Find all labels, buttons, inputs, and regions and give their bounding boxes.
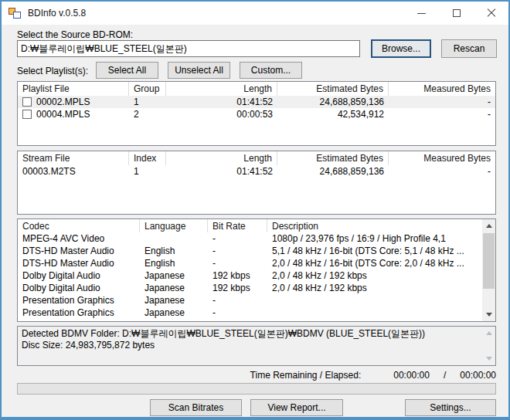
close-button[interactable]: [474, 2, 508, 25]
playlist-checkbox[interactable]: [22, 110, 32, 119]
stream-header-row: Stream File Index Length Estimated Bytes…: [18, 151, 495, 165]
browse-button[interactable]: Browse...: [371, 39, 431, 58]
codec-language: English: [140, 257, 208, 269]
stream-estimated-bytes: 24,688,859,136: [277, 165, 389, 178]
stream-row-00003[interactable]: 00003.M2TS 1 01:41:52 24,688,859,136 -: [18, 165, 495, 178]
codec-row[interactable]: MPEG-4 AVC Video - 1080p / 23,976 fps / …: [18, 232, 482, 245]
codec-description: 2,0 / 48 kHz / 192 kbps: [267, 269, 482, 282]
codec-description: 2,0 / 48 kHz / 16-bit (DTS Core: 2,0 / 4…: [267, 257, 482, 269]
scan-bitrates-button[interactable]: Scan Bitrates: [150, 399, 242, 416]
codec-language: Japanese: [140, 307, 208, 319]
codec-description: 1080p / 23,976 fps / 16:9 / High Profile…: [267, 232, 482, 245]
codec-bitrate: -: [208, 257, 267, 269]
playlist-estimated-bytes: 42,534,912: [277, 108, 389, 120]
source-path-input[interactable]: [17, 40, 360, 57]
column-header-description[interactable]: Description: [267, 219, 482, 232]
codec-language: [140, 232, 208, 245]
playlist-select-label: Select Playlist(s):: [17, 66, 88, 76]
codec-header-row: Codec Language Bit Rate Description: [18, 219, 482, 232]
playlist-row-00004[interactable]: 00004.MPLS 2 00:00:53 42,534,912 -: [18, 108, 495, 120]
stream-length: 01:41:52: [166, 165, 277, 178]
playlist-group: 1: [129, 96, 166, 108]
column-header-measured-bytes[interactable]: Measured Bytes: [389, 151, 495, 165]
summary-box: Detected BDMV Folder: D:₩블루레이립₩BLUE_STEE…: [17, 326, 496, 366]
codec-name: Presentation Graphics: [18, 294, 140, 307]
codec-bitrate: -: [208, 307, 267, 319]
codec-row[interactable]: Presentation Graphics Japanese -: [18, 307, 482, 319]
scroll-down-icon[interactable]: [482, 308, 495, 321]
column-header-length[interactable]: Length: [166, 151, 277, 165]
scroll-up-icon[interactable]: [482, 327, 495, 340]
codec-bitrate: -: [208, 245, 267, 257]
column-header-estimated-bytes[interactable]: Estimated Bytes: [277, 82, 389, 96]
playlist-row-00002[interactable]: 00002.MPLS 1 01:41:52 24,688,859,136 -: [18, 96, 495, 108]
codec-row[interactable]: Presentation Graphics Japanese -: [18, 294, 482, 307]
time-remaining-elapsed-label: Time Remaining / Elapsed:: [250, 370, 362, 381]
stream-measured-bytes: -: [389, 165, 495, 178]
column-header-index[interactable]: Index: [129, 151, 166, 165]
codec-row[interactable]: Dolby Digital Audio Japanese 192 kbps 2,…: [18, 269, 482, 282]
codec-row[interactable]: Dolby Digital Audio Japanese 192 kbps 2,…: [18, 282, 482, 294]
column-header-length[interactable]: Length: [166, 82, 277, 96]
codec-language: Japanese: [140, 294, 208, 307]
bdinfo-window: BDInfo v.0.5.8 Select the Source BD-ROM:…: [0, 0, 510, 420]
codec-listview: Codec Language Bit Rate Description MPEG…: [17, 218, 496, 322]
summary-scrollbar[interactable]: [482, 327, 495, 365]
playlist-measured-bytes: -: [389, 108, 495, 120]
column-header-playlist-file[interactable]: Playlist File: [18, 82, 129, 96]
playlist-length: 00:00:53: [166, 108, 277, 120]
maximize-icon: [453, 9, 461, 17]
custom-button[interactable]: Custom...: [240, 62, 302, 79]
codec-description: 5,1 / 48 kHz / 16-bit (DTS Core: 5,1 / 4…: [267, 245, 482, 257]
codec-bitrate: 192 kbps: [208, 282, 267, 294]
playlist-length: 01:41:52: [166, 96, 277, 108]
scroll-down-icon[interactable]: [482, 352, 495, 365]
stream-index: 1: [129, 165, 166, 178]
codec-row[interactable]: DTS-HD Master Audio English - 2,0 / 48 k…: [18, 257, 482, 269]
codec-bitrate: -: [208, 294, 267, 307]
column-header-group[interactable]: Group: [129, 82, 166, 96]
column-header-bitrate[interactable]: Bit Rate: [208, 219, 267, 232]
codec-bitrate: -: [208, 232, 267, 245]
scrollbar-thumb[interactable]: [483, 233, 495, 289]
playlist-header-row: Playlist File Group Length Estimated Byt…: [18, 82, 495, 96]
rescan-button[interactable]: Rescan: [441, 39, 497, 58]
codec-name: Dolby Digital Audio: [18, 269, 140, 282]
playlist-measured-bytes: -: [389, 96, 495, 108]
codec-name: DTS-HD Master Audio: [18, 245, 140, 257]
scan-progress-bar: [17, 383, 496, 395]
maximize-button[interactable]: [439, 2, 474, 25]
detected-bdmv-folder-text: Detected BDMV Folder: D:₩블루레이립₩BLUE_STEE…: [22, 328, 491, 340]
codec-row[interactable]: DTS-HD Master Audio English - 5,1 / 48 k…: [18, 245, 482, 257]
column-header-language[interactable]: Language: [140, 219, 208, 232]
unselect-all-button[interactable]: Unselect All: [168, 62, 230, 79]
codec-name: Dolby Digital Audio: [18, 282, 140, 294]
codec-scrollbar[interactable]: [482, 219, 495, 321]
codec-language: English: [140, 245, 208, 257]
codec-name: DTS-HD Master Audio: [18, 257, 140, 269]
codec-name: MPEG-4 AVC Video: [18, 232, 140, 245]
disc-size-text: Disc Size: 24,983,795,872 bytes: [22, 340, 491, 351]
time-separator: /: [444, 370, 446, 381]
view-report-button[interactable]: View Report...: [250, 399, 343, 416]
codec-language: Japanese: [140, 282, 208, 294]
window-controls: [404, 2, 508, 25]
column-header-codec[interactable]: Codec: [18, 219, 140, 232]
scroll-up-icon[interactable]: [482, 219, 495, 232]
codec-description: 2,0 / 48 kHz / 192 kbps: [267, 282, 482, 294]
playlist-checkbox[interactable]: [22, 97, 32, 107]
column-header-measured-bytes[interactable]: Measured Bytes: [389, 82, 495, 96]
column-header-estimated-bytes[interactable]: Estimated Bytes: [277, 151, 389, 165]
column-header-stream-file[interactable]: Stream File: [18, 151, 129, 165]
close-icon: [487, 8, 496, 18]
playlist-listview: Playlist File Group Length Estimated Byt…: [17, 81, 496, 146]
codec-name: Presentation Graphics: [18, 307, 140, 319]
stream-listview: Stream File Index Length Estimated Bytes…: [17, 151, 496, 215]
select-all-button[interactable]: Select All: [96, 62, 158, 79]
settings-button[interactable]: Settings...: [405, 399, 496, 416]
time-elapsed-value: 00:00:00: [460, 370, 496, 381]
time-remaining-value: 00:00:00: [393, 370, 430, 381]
codec-description: [267, 307, 482, 319]
minimize-button[interactable]: [404, 2, 439, 25]
time-status-row: Time Remaining / Elapsed: 00:00:00 / 00:…: [195, 370, 496, 381]
